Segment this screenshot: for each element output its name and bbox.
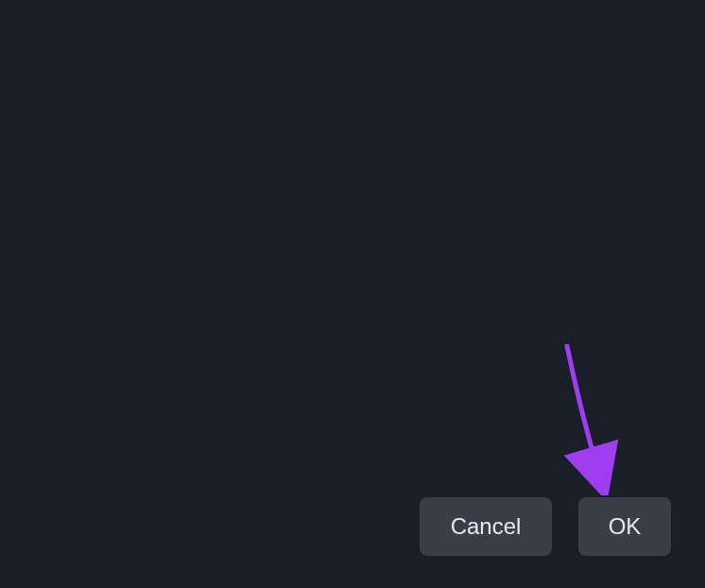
dialog-button-row: Cancel OK xyxy=(420,497,671,556)
ok-button[interactable]: OK xyxy=(578,497,671,556)
cancel-button[interactable]: Cancel xyxy=(420,497,552,556)
annotation-arrow-icon xyxy=(563,344,620,495)
